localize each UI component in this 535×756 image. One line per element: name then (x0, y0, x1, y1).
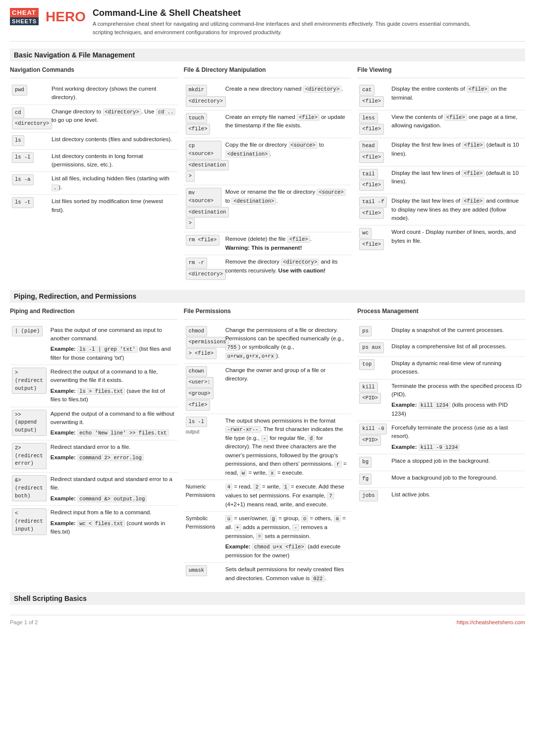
table-row: cd <directory> Change directory to <dire… (10, 105, 178, 133)
inline-code: wc < files.txt (77, 520, 125, 527)
inline-code: 4 (225, 484, 232, 490)
table-row: bg Place a stopped job in the background… (357, 454, 525, 471)
cmd-cell: head <file> (357, 138, 389, 166)
section1-title: Basic Navigation & File Management (10, 49, 525, 61)
inline-code: ls > files.txt (77, 388, 125, 395)
cmd-code: | (pipe) (12, 326, 43, 337)
cmd-cell: ps aux (357, 340, 389, 357)
cmd-desc: Display the last few lines of <file> (de… (389, 166, 525, 194)
inline-code: chmod u+x <file> (252, 543, 306, 550)
cmd-desc: Print working directory (shows the curre… (50, 82, 178, 105)
cmd-cell: mv <source> <destination > (184, 185, 223, 232)
table-row: top Display a dynamic real-time view of … (357, 357, 525, 379)
inline-code: <directory> (303, 86, 341, 93)
cmd-cell: cat <file> (357, 82, 389, 110)
table-row: ls -t List files sorted by modification … (10, 195, 178, 217)
table-row: < (redirect input) Redirect input from a… (10, 506, 178, 539)
table-row: less <file> View the contents of <file> … (357, 110, 525, 138)
cmd-code: pwd (12, 85, 27, 96)
cmd-desc: Display the first few lines of <file> (d… (389, 138, 525, 166)
page-number: Page 1 of 2 (10, 619, 38, 625)
cmd-code: rm -r (186, 258, 208, 269)
table-row: rm <file> Remove (delete) the file <file… (184, 232, 352, 255)
cmd-code: <permissions (186, 337, 229, 348)
cmd-desc: Change the permissions of a file or dire… (223, 324, 352, 364)
cmd-cell: ls (10, 133, 50, 150)
cmd-code: kill (359, 382, 377, 393)
permissions-col-header: File Permissions (184, 308, 352, 316)
table-row: cp <source> <destination > Copy the file… (184, 138, 352, 185)
inline-code: kill -9 1234 (419, 444, 460, 451)
cmd-code: <group> (186, 388, 214, 399)
cmd-code: <directory> (186, 269, 226, 280)
cmd-code: bg (359, 457, 372, 468)
table-row: | (pipe) Pass the output of one command … (10, 324, 178, 365)
view-commands-col: File Viewing cat <file> Display the enti… (357, 66, 525, 283)
table-row: ls List directory contents (files and su… (10, 133, 178, 150)
inline-code: command 2> error.log (77, 454, 144, 461)
logo-hero: HERO (46, 10, 86, 24)
piping-col-header: Piping and Redirection (10, 308, 178, 316)
cmd-code: <PID> (359, 393, 381, 404)
cmd-desc: List active jobs. (389, 487, 525, 504)
table-row: jobs List active jobs. (357, 487, 525, 504)
inline-code: <source> (317, 189, 345, 196)
inline-code: ls -l | grep 'txt' (77, 346, 137, 353)
cmd-code: ls -t (12, 197, 34, 208)
cmd-desc: Create an empty file named <file> or upd… (223, 110, 352, 138)
view-col-header: File Viewing (357, 66, 525, 75)
caution-text: Use with caution! (278, 268, 325, 273)
cmd-code: >> (append output) (12, 410, 47, 436)
inline-code: <source> (289, 142, 318, 149)
cmd-desc: Terminate the process with the specified… (389, 379, 525, 421)
cmd-code: wc (359, 228, 372, 239)
inline-code: g (270, 515, 277, 522)
footer-link[interactable]: https://cheatsheetshero.com (457, 619, 525, 625)
table-row: chmod <permissions > <file> Change the p… (184, 324, 352, 364)
cmd-cell: less <file> (357, 110, 389, 138)
table-row: head <file> Display the first few lines … (357, 138, 525, 166)
table-row: cat <file> Display the entire contents o… (357, 82, 525, 110)
cmd-cell: chmod <permissions > <file> (184, 324, 223, 364)
cmd-code: top (359, 359, 374, 370)
cmd-code: <file> (359, 180, 384, 191)
section2-title: Piping, Redirection, and Permissions (10, 290, 525, 303)
section3-title: Shell Scripting Basics (10, 592, 525, 605)
table-row: NumericPermissions 4 = read, 2 = write, … (184, 480, 352, 512)
example-line: Example: kill 1234 (kills process with P… (391, 401, 523, 418)
cmd-code: tail (359, 169, 377, 180)
cmd-code: < (redirect input) (12, 508, 47, 535)
table-row: &> (redirect both) Redirect standard out… (10, 473, 178, 506)
header: CHEAT SHEETS HERO Command-Line & Shell C… (10, 8, 525, 42)
inline-code: - (261, 435, 268, 442)
cmd-desc: 4 = read, 2 = write, 1 = execute. Add th… (223, 480, 352, 512)
cmd-desc: List directory contents (files and subdi… (50, 133, 178, 150)
cmd-code: > <file> (186, 348, 216, 359)
logo-sheets: SHEETS (10, 17, 39, 25)
inline-code: x (268, 470, 275, 477)
cmd-cell: 2> (redirect error) (10, 440, 49, 472)
table-row: rm -r <directory> Remove the directory <… (184, 255, 352, 283)
process-col-header: Process Management (357, 308, 525, 316)
table-row: kill <PID> Terminate the process with th… (357, 379, 525, 421)
inline-code: 7 (327, 492, 334, 499)
cmd-desc: Display a comprehensive list of all proc… (389, 340, 525, 357)
file-commands-table: mkdir <directory> Create a new directory… (184, 82, 352, 283)
cmd-cell: touch <file> (184, 110, 223, 138)
cmd-code: <destination (186, 160, 229, 171)
cmd-desc: Append the output of a command to a file… (49, 407, 178, 440)
cmd-code: ps (359, 326, 372, 337)
cmd-desc: Remove the directory <directory> and its… (223, 255, 352, 283)
cmd-code: <file> (359, 152, 384, 163)
inline-code: <directory> (281, 259, 319, 266)
inline-code: 755 (225, 344, 239, 351)
table-row: mv <source> <destination > Move or renam… (184, 185, 352, 232)
cmd-desc: Redirect the output of a command to a fi… (49, 365, 178, 407)
cmd-cell: ls -l output (184, 414, 223, 480)
inline-code: d (308, 435, 315, 442)
cmd-cell: ls -a (10, 172, 50, 195)
example-line: Example: wc < files.txt (count words in … (51, 519, 176, 537)
cmd-desc: Redirect standard output and standard er… (49, 473, 178, 506)
cmd-cell: bg (357, 454, 389, 471)
table-row: pwd Print working directory (shows the c… (10, 82, 178, 105)
